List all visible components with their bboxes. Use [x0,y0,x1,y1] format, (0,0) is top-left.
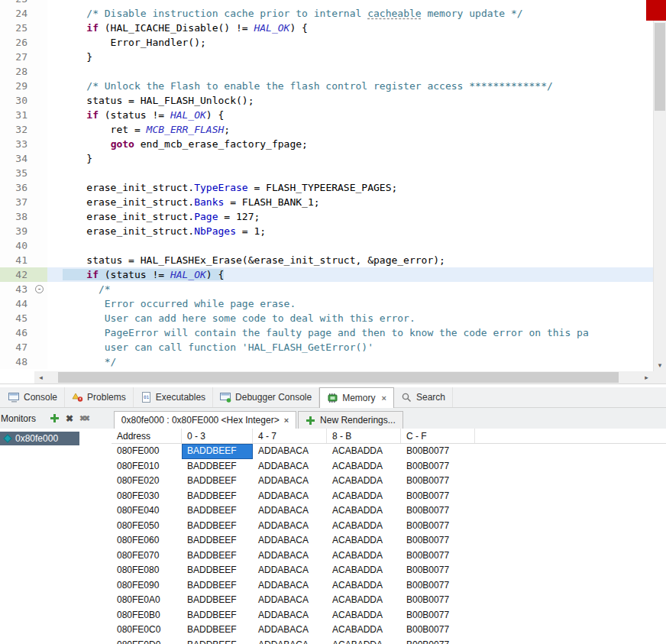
memory-value-cell[interactable]: B00B0077 [401,638,475,644]
line-number[interactable]: 41 [0,253,34,267]
code-text[interactable] [47,64,666,79]
line-number[interactable]: 35 [0,166,34,180]
memory-address-cell[interactable]: 080FE010 [112,459,182,474]
code-line[interactable]: 31 if (status != HAL_OK) { [0,108,666,122]
code-text[interactable]: PageError will contain the faulty page a… [47,325,666,340]
editor-horizontal-scrollbar[interactable]: ◂ ▸ [34,371,653,383]
tab-debugger-console[interactable]: Debugger Console [213,387,319,407]
memory-value-cell[interactable]: B00B0077 [401,503,475,519]
line-number[interactable]: 23 [0,0,34,6]
memory-column-header[interactable]: Address [112,429,182,443]
code-line[interactable]: 23 [0,0,666,6]
code-text[interactable]: erase_init_struct.Page = 127; [47,209,666,224]
memory-address-cell[interactable]: 080FE060 [112,533,182,549]
memory-value-cell[interactable]: BADDBEEF [182,593,253,608]
memory-value-cell[interactable]: B00B0077 [401,459,475,474]
memory-value-cell[interactable]: BADDBEEF [182,444,253,459]
memory-value-cell[interactable]: BADDBEEF [182,608,253,623]
memory-value-cell[interactable]: ACABADDA [327,608,401,623]
editor-vertical-scrollbar[interactable]: ▾ [653,0,666,371]
memory-value-cell[interactable]: B00B0077 [401,549,475,564]
memory-value-cell[interactable]: ADDABACA [253,608,327,623]
line-number[interactable]: 34 [0,151,34,166]
code-text[interactable]: User can add here some code to deal with… [47,311,666,325]
line-number[interactable]: 30 [0,93,34,108]
code-text[interactable]: } [47,50,666,64]
memory-address-cell[interactable]: 080FE040 [112,503,182,519]
memory-value-cell[interactable]: ADDABACA [253,489,327,504]
code-line[interactable]: 26 Error_Handler(); [0,35,666,50]
line-number[interactable]: 43 [0,282,34,296]
code-line[interactable]: 47 user can call function 'HAL_FLASH_Get… [0,340,666,354]
line-number[interactable]: 47 [0,340,34,354]
code-text[interactable]: /* Disable instruction cache prior to in… [47,6,666,21]
tab-search[interactable]: Search [394,387,453,407]
memory-value-cell[interactable]: ACABADDA [327,533,401,549]
memory-value-cell[interactable]: B00B0077 [401,623,475,638]
memory-value-cell[interactable]: ADDABACA [253,444,327,459]
code-text[interactable] [47,238,666,253]
code-line[interactable]: 34 } [0,151,666,166]
line-number[interactable]: 27 [0,50,34,64]
line-number[interactable]: 28 [0,64,34,79]
memory-address-cell[interactable]: 080FE080 [112,563,182,578]
memory-rendering-tab[interactable]: 0x80fe000 : 0x80FE000 <Hex Integer> × [114,411,296,429]
code-line[interactable]: 38 erase_init_struct.Page = 127; [0,209,666,224]
code-editor[interactable]: 2324 /* Disable instruction cache prior … [0,0,666,371]
line-number[interactable]: 39 [0,224,34,238]
memory-address-cell[interactable]: 080FE020 [112,474,182,489]
line-number[interactable]: 48 [0,354,34,369]
code-line[interactable]: 30 status = HAL_FLASH_Unlock(); [0,93,666,108]
code-text[interactable]: goto end_mcb_erase_factory_fpage; [47,137,666,151]
code-text[interactable]: ret = MCB_ERR_FLASH; [47,122,666,137]
memory-value-cell[interactable]: BADDBEEF [182,474,253,489]
code-text[interactable]: } [47,151,666,166]
code-text[interactable]: status = HAL_FLASHEx_Erase(&erase_init_s… [47,253,666,267]
line-number[interactable]: 26 [0,35,34,50]
memory-value-cell[interactable]: ADDABACA [253,459,327,474]
memory-address-cell[interactable]: 080FE0A0 [112,593,182,608]
add-memory-monitor-button[interactable] [50,413,60,423]
memory-address-cell[interactable]: 080FE0D0 [112,638,182,644]
memory-value-cell[interactable]: ACABADDA [327,593,401,608]
code-line[interactable]: 45 User can add here some code to deal w… [0,311,666,325]
memory-address-cell[interactable]: 080FE030 [112,489,182,504]
memory-address-cell[interactable]: 080FE090 [112,578,182,594]
memory-value-cell[interactable]: BADDBEEF [182,623,253,638]
code-line[interactable]: 39 erase_init_struct.NbPages = 1; [0,224,666,238]
memory-value-cell[interactable]: BADDBEEF [182,533,253,549]
memory-monitor-item[interactable]: 0x80fe000 [0,432,79,445]
close-tab-icon[interactable]: × [382,393,386,403]
close-rendering-icon[interactable]: × [284,416,289,425]
memory-value-cell[interactable]: ACABADDA [327,563,401,578]
scroll-down-arrow[interactable]: ▾ [654,359,666,371]
line-number[interactable]: 42 [0,267,34,282]
line-number[interactable]: 37 [0,195,34,209]
code-line[interactable]: 25 if (HAL_ICACHE_Disable() != HAL_OK) { [0,21,666,35]
code-line[interactable]: 48 */ [0,354,666,369]
memory-address-cell[interactable]: 080FE070 [112,549,182,564]
memory-value-cell[interactable]: B00B0077 [401,563,475,578]
memory-value-cell[interactable]: B00B0077 [401,474,475,489]
memory-value-cell[interactable]: ACABADDA [327,503,401,519]
memory-value-cell[interactable]: B00B0077 [401,519,475,534]
code-text[interactable]: user can call function 'HAL_FLASH_GetErr… [47,340,666,354]
code-line[interactable]: 32 ret = MCB_ERR_FLASH; [0,122,666,137]
tab-console[interactable]: Console [2,387,65,407]
memory-address-cell[interactable]: 080FE0C0 [112,623,182,638]
code-text[interactable]: if (status != HAL_OK) { [47,267,666,282]
remove-all-monitors-button[interactable]: ✖✖ [79,414,88,422]
memory-value-cell[interactable]: B00B0077 [401,578,475,594]
code-line[interactable]: 46 PageError will contain the faulty pag… [0,325,666,340]
tab-memory[interactable]: Memory × [319,387,394,408]
memory-column-header[interactable]: C - F [401,429,475,443]
code-text[interactable]: /* [47,282,666,296]
line-number[interactable]: 45 [0,311,34,325]
memory-value-cell[interactable]: ADDABACA [253,593,327,608]
memory-column-header[interactable]: 8 - B [327,429,401,443]
code-text[interactable]: erase_init_struct.NbPages = 1; [47,224,666,238]
code-line[interactable]: 28 [0,64,666,79]
code-text[interactable]: if (HAL_ICACHE_Disable() != HAL_OK) { [47,21,666,35]
vertical-scrollbar-thumb[interactable] [655,23,665,111]
fold-collapse-icon[interactable]: - [35,285,44,293]
